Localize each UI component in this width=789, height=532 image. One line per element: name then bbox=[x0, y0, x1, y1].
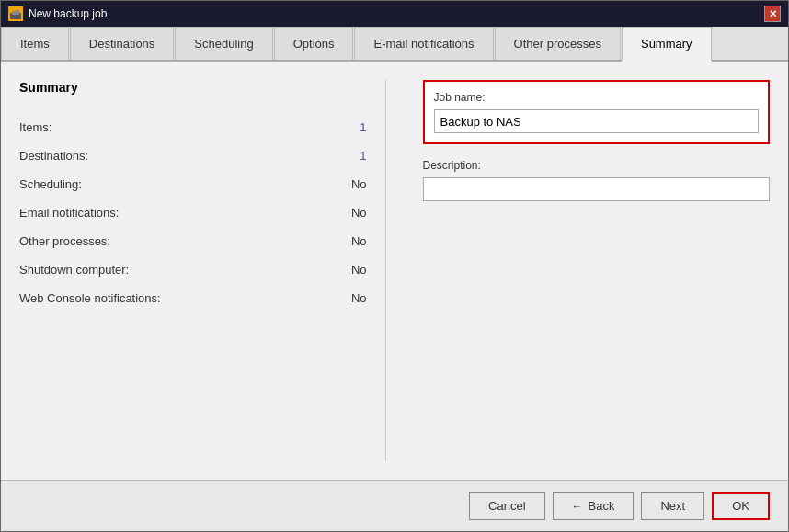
webconsole-label: Web Console notifications: bbox=[19, 291, 161, 305]
tab-summary[interactable]: Summary bbox=[622, 27, 712, 62]
close-button[interactable]: ✕ bbox=[764, 6, 781, 22]
summary-row-scheduling: Scheduling: No bbox=[19, 170, 367, 198]
webconsole-value: No bbox=[312, 291, 367, 305]
tab-scheduling[interactable]: Scheduling bbox=[175, 27, 272, 60]
shutdown-value: No bbox=[312, 263, 367, 277]
next-button[interactable]: Next bbox=[641, 492, 704, 520]
email-value: No bbox=[312, 206, 367, 220]
summary-row-destinations: Destinations: 1 bbox=[19, 141, 367, 170]
destinations-value: 1 bbox=[312, 149, 367, 163]
destinations-label: Destinations: bbox=[19, 149, 88, 163]
tab-bar: Items Destinations Scheduling Options E-… bbox=[1, 27, 788, 62]
app-icon bbox=[8, 6, 23, 21]
shutdown-label: Shutdown computer: bbox=[19, 263, 129, 277]
other-label: Other processes: bbox=[19, 234, 110, 248]
main-window: New backup job ✕ Items Destinations Sche… bbox=[0, 0, 789, 532]
back-arrow-icon: ← bbox=[572, 500, 583, 513]
summary-heading: Summary bbox=[19, 80, 367, 95]
job-name-label: Job name: bbox=[434, 91, 760, 104]
right-panel: Job name: Description: bbox=[386, 80, 771, 461]
summary-row-shutdown: Shutdown computer: No bbox=[19, 255, 367, 284]
items-label: Items: bbox=[19, 120, 51, 134]
title-bar-left: New backup job bbox=[8, 6, 107, 21]
summary-row-webconsole: Web Console notifications: No bbox=[19, 284, 367, 312]
tab-options[interactable]: Options bbox=[274, 27, 354, 60]
description-group: Description: bbox=[423, 159, 771, 201]
summary-table: Items: 1 Destinations: 1 Scheduling: No … bbox=[19, 113, 367, 312]
summary-row-other: Other processes: No bbox=[19, 227, 367, 255]
ok-button[interactable]: OK bbox=[712, 492, 770, 520]
left-panel: Summary Items: 1 Destinations: 1 Schedul… bbox=[19, 80, 386, 461]
window-title: New backup job bbox=[29, 7, 107, 20]
job-name-input[interactable] bbox=[434, 109, 760, 133]
tab-destinations[interactable]: Destinations bbox=[70, 27, 175, 60]
scheduling-label: Scheduling: bbox=[19, 177, 82, 191]
back-button[interactable]: ← Back bbox=[553, 492, 635, 520]
scheduling-value: No bbox=[312, 177, 367, 191]
summary-row-items: Items: 1 bbox=[19, 113, 367, 141]
summary-row-email: Email notifications: No bbox=[19, 198, 367, 227]
tab-email[interactable]: E-mail notifications bbox=[354, 27, 493, 60]
tab-other[interactable]: Other processes bbox=[495, 27, 621, 60]
other-value: No bbox=[312, 234, 367, 248]
footer: Cancel ← Back Next OK bbox=[1, 480, 788, 531]
cancel-button[interactable]: Cancel bbox=[469, 492, 544, 520]
email-label: Email notifications: bbox=[19, 206, 119, 220]
job-name-group: Job name: bbox=[423, 80, 771, 144]
svg-rect-2 bbox=[13, 7, 16, 11]
title-bar: New backup job ✕ bbox=[1, 1, 788, 27]
main-panel: Summary Items: 1 Destinations: 1 Schedul… bbox=[1, 62, 788, 480]
description-input[interactable] bbox=[423, 177, 771, 201]
content-area: Summary Items: 1 Destinations: 1 Schedul… bbox=[1, 62, 788, 480]
description-label: Description: bbox=[423, 159, 771, 172]
tab-items[interactable]: Items bbox=[1, 27, 69, 60]
items-value: 1 bbox=[312, 120, 367, 134]
